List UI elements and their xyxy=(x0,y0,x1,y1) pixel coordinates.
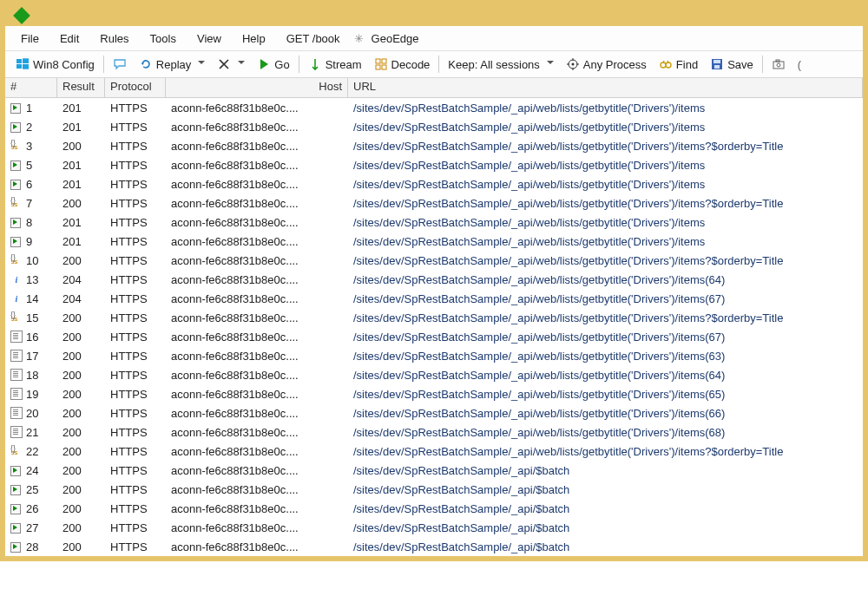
session-url: /sites/dev/SpRestBatchSample/_api/web/li… xyxy=(348,235,863,248)
session-id-cell: 10 xyxy=(5,254,57,267)
session-row[interactable]: 6201HTTPSaconn-fe6c88f31b8e0c..../sites/… xyxy=(5,174,863,193)
menu-tools[interactable]: Tools xyxy=(141,30,185,47)
session-id-cell: 8 xyxy=(5,216,57,229)
session-row[interactable]: 26200HTTPSaconn-fe6c88f31b8e0c..../sites… xyxy=(5,499,863,518)
session-url: /sites/dev/SpRestBatchSample/_api/$batch xyxy=(348,521,863,534)
go-label: Go xyxy=(274,58,289,71)
session-list[interactable]: 1201HTTPSaconn-fe6c88f31b8e0c..../sites/… xyxy=(5,98,863,556)
menu-file[interactable]: File xyxy=(12,30,48,47)
screenshot-button[interactable] xyxy=(766,56,791,73)
session-id: 7 xyxy=(26,197,32,210)
session-row[interactable]: 9201HTTPSaconn-fe6c88f31b8e0c..../sites/… xyxy=(5,232,863,251)
session-protocol: HTTPS xyxy=(105,369,166,382)
session-row[interactable]: 25200HTTPSaconn-fe6c88f31b8e0c..../sites… xyxy=(5,480,863,499)
menu-geoedge[interactable]: GeoEdge xyxy=(370,30,428,47)
session-host: aconn-fe6c88f31b8e0c.... xyxy=(166,273,348,286)
session-row[interactable]: 2201HTTPSaconn-fe6c88f31b8e0c..../sites/… xyxy=(5,117,863,136)
session-protocol: HTTPS xyxy=(105,273,166,286)
menu-get-book[interactable]: GET /book xyxy=(278,30,349,47)
session-row[interactable]: 15200HTTPSaconn-fe6c88f31b8e0c..../sites… xyxy=(5,308,863,327)
session-row[interactable]: 17200HTTPSaconn-fe6c88f31b8e0c..../sites… xyxy=(5,346,863,365)
menu-rules[interactable]: Rules xyxy=(91,30,137,47)
session-host: aconn-fe6c88f31b8e0c.... xyxy=(166,350,348,363)
menu-edit[interactable]: Edit xyxy=(51,30,88,47)
session-id: 6 xyxy=(26,178,32,191)
keep-sessions-dropdown[interactable]: Keep: All sessions xyxy=(443,56,559,73)
session-url: /sites/dev/SpRestBatchSample/_api/web/li… xyxy=(348,254,863,267)
session-protocol: HTTPS xyxy=(105,140,166,153)
session-result: 200 xyxy=(57,197,105,210)
session-result: 204 xyxy=(57,292,105,305)
remove-button[interactable] xyxy=(212,56,250,73)
session-row[interactable]: 27200HTTPSaconn-fe6c88f31b8e0c..../sites… xyxy=(5,518,863,537)
session-host: aconn-fe6c88f31b8e0c.... xyxy=(166,369,348,382)
replay-button[interactable]: Replay xyxy=(134,56,210,73)
session-row[interactable]: 19200HTTPSaconn-fe6c88f31b8e0c..../sites… xyxy=(5,384,863,403)
decode-button[interactable]: Decode xyxy=(369,56,436,73)
column-url[interactable]: URL xyxy=(348,78,863,97)
json-icon xyxy=(10,254,23,266)
session-host: aconn-fe6c88f31b8e0c.... xyxy=(166,426,348,439)
session-row[interactable]: 1201HTTPSaconn-fe6c88f31b8e0c..../sites/… xyxy=(5,98,863,117)
session-row[interactable]: 24200HTTPSaconn-fe6c88f31b8e0c..../sites… xyxy=(5,461,863,480)
session-row[interactable]: 10200HTTPSaconn-fe6c88f31b8e0c..../sites… xyxy=(5,251,863,270)
save-button[interactable]: Save xyxy=(705,56,759,73)
session-protocol: HTTPS xyxy=(105,407,166,420)
session-id: 1 xyxy=(26,102,32,115)
session-host: aconn-fe6c88f31b8e0c.... xyxy=(166,197,348,210)
session-row[interactable]: 7200HTTPSaconn-fe6c88f31b8e0c..../sites/… xyxy=(5,193,863,213)
session-url: /sites/dev/SpRestBatchSample/_api/web/li… xyxy=(348,121,863,134)
session-host: aconn-fe6c88f31b8e0c.... xyxy=(166,331,348,344)
session-row[interactable]: 20200HTTPSaconn-fe6c88f31b8e0c..../sites… xyxy=(5,403,863,422)
find-button[interactable]: Find xyxy=(654,56,703,73)
comment-button[interactable] xyxy=(108,56,132,73)
session-id: 27 xyxy=(26,521,38,534)
session-row[interactable]: 22200HTTPSaconn-fe6c88f31b8e0c..../sites… xyxy=(5,442,863,461)
session-host: aconn-fe6c88f31b8e0c.... xyxy=(166,121,348,134)
session-protocol: HTTPS xyxy=(105,102,166,115)
session-row[interactable]: i13204HTTPSaconn-fe6c88f31b8e0c..../site… xyxy=(5,270,863,289)
toolbar: Win8 Config Replay Go Stream Decode Keep… xyxy=(5,51,863,78)
go-button[interactable]: Go xyxy=(252,56,294,73)
win8-config-button[interactable]: Win8 Config xyxy=(10,56,100,73)
json-icon xyxy=(10,311,23,324)
session-row[interactable]: 21200HTTPSaconn-fe6c88f31b8e0c..../sites… xyxy=(5,422,863,442)
session-id-cell: 19 xyxy=(5,388,57,401)
menu-view[interactable]: View xyxy=(188,30,230,47)
session-id: 14 xyxy=(26,292,38,305)
session-id: 20 xyxy=(26,407,38,420)
session-row[interactable]: 28200HTTPSaconn-fe6c88f31b8e0c..../sites… xyxy=(5,537,863,556)
more-button[interactable]: ( xyxy=(792,56,806,73)
column-number[interactable]: # xyxy=(5,78,57,97)
session-list-header: # Result Protocol Host URL xyxy=(5,78,863,98)
column-host[interactable]: Host xyxy=(166,78,348,97)
session-protocol: HTTPS xyxy=(105,292,166,305)
session-row[interactable]: 16200HTTPSaconn-fe6c88f31b8e0c..../sites… xyxy=(5,327,863,346)
json-icon xyxy=(10,140,23,152)
column-protocol[interactable]: Protocol xyxy=(105,78,166,97)
session-row[interactable]: 3200HTTPSaconn-fe6c88f31b8e0c..../sites/… xyxy=(5,136,863,155)
svg-rect-4 xyxy=(376,59,380,63)
session-result: 200 xyxy=(57,254,105,267)
any-process-button[interactable]: Any Process xyxy=(561,56,652,73)
session-protocol: HTTPS xyxy=(105,216,166,229)
session-id-cell: 20 xyxy=(5,407,57,420)
session-row[interactable]: 5201HTTPSaconn-fe6c88f31b8e0c..../sites/… xyxy=(5,155,863,174)
svg-point-16 xyxy=(777,63,780,67)
session-url: /sites/dev/SpRestBatchSample/_api/web/li… xyxy=(348,331,863,344)
session-protocol: HTTPS xyxy=(105,178,166,191)
decode-icon xyxy=(374,57,388,71)
session-url: /sites/dev/SpRestBatchSample/_api/web/li… xyxy=(348,216,863,229)
session-row[interactable]: 18200HTTPSaconn-fe6c88f31b8e0c..../sites… xyxy=(5,365,863,384)
session-row[interactable]: i14204HTTPSaconn-fe6c88f31b8e0c..../site… xyxy=(5,289,863,308)
session-result: 200 xyxy=(57,521,105,534)
column-result[interactable]: Result xyxy=(57,78,105,97)
titlebar[interactable] xyxy=(5,5,863,26)
menu-help[interactable]: Help xyxy=(233,30,274,47)
session-protocol: HTTPS xyxy=(105,540,166,553)
svg-rect-0 xyxy=(16,59,22,63)
session-url: /sites/dev/SpRestBatchSample/_api/web/li… xyxy=(348,407,863,420)
session-row[interactable]: 8201HTTPSaconn-fe6c88f31b8e0c..../sites/… xyxy=(5,213,863,232)
stream-button[interactable]: Stream xyxy=(303,56,367,73)
save-label: Save xyxy=(727,58,753,71)
